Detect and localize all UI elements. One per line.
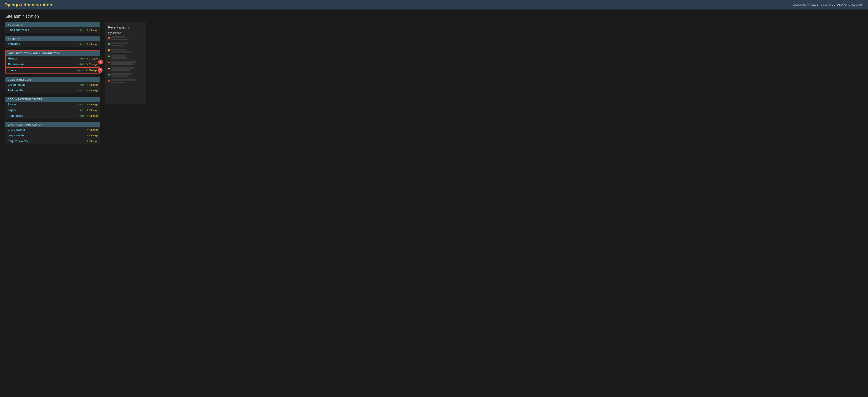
model-row-task-results: Task results+ Add✎ Change bbox=[5, 88, 100, 93]
view-site-link[interactable]: VIEW SITE bbox=[810, 3, 823, 6]
add-link-permissions[interactable]: + Add bbox=[78, 63, 84, 66]
model-name-request-events[interactable]: Request events bbox=[8, 140, 87, 143]
add-link-group-results[interactable]: + Add bbox=[78, 83, 84, 86]
model-row-users: Users+ Add✎ Change2 bbox=[6, 67, 100, 73]
model-name-permissions[interactable]: Permissions bbox=[8, 63, 78, 66]
action-indicator bbox=[108, 43, 110, 45]
change-password-link[interactable]: CHANGE PASSWORD bbox=[825, 3, 850, 6]
action-line-secondary bbox=[111, 45, 124, 46]
welcome-label: WELCOME, bbox=[793, 3, 807, 6]
log-out-link[interactable]: LOG OUT bbox=[852, 3, 864, 6]
section-header-celery: CELERY RESULTS bbox=[5, 77, 100, 82]
action-indicator bbox=[108, 55, 110, 57]
action-lines bbox=[111, 67, 143, 71]
change-link-crud-events[interactable]: ✎ Change bbox=[87, 129, 98, 132]
change-link-pages[interactable]: ✎ Change bbox=[87, 109, 98, 112]
change-link-permissions[interactable]: ✎ Change bbox=[86, 63, 98, 66]
model-actions-email-addresses: + Add✎ Change bbox=[78, 29, 98, 32]
model-actions-task-results: + Add✎ Change bbox=[78, 89, 98, 92]
brand-title: Django administration bbox=[4, 2, 52, 7]
action-line-secondary bbox=[111, 69, 130, 71]
section-celery: CELERY RESULTSGroup results+ Add✎ Change… bbox=[5, 77, 100, 93]
action-line-primary bbox=[111, 73, 131, 75]
add-link-task-results[interactable]: + Add bbox=[78, 89, 84, 92]
section-header-auth: AUTHENTICATION AND AUTHORIZATION bbox=[6, 51, 100, 56]
action-lines bbox=[111, 79, 143, 83]
change-link-users[interactable]: ✎ Change bbox=[86, 69, 97, 72]
model-name-pages[interactable]: Pages bbox=[8, 109, 78, 112]
add-link-preferences[interactable]: + Add bbox=[78, 114, 84, 117]
model-row-permissions: Permissions+ Add✎ Change bbox=[6, 61, 100, 67]
model-actions-activities: + Add✎ Change bbox=[78, 43, 98, 46]
change-link-task-results[interactable]: ✎ Change bbox=[87, 89, 98, 92]
section-auth: AUTHENTICATION AND AUTHORIZATION1Groups+… bbox=[5, 51, 100, 74]
add-link-users[interactable]: + Add bbox=[77, 69, 84, 72]
change-link-group-results[interactable]: ✎ Change bbox=[87, 83, 98, 86]
action-indicator bbox=[108, 37, 110, 39]
add-link-groups[interactable]: + Add bbox=[78, 57, 84, 60]
change-link-groups[interactable]: ✎ Change bbox=[86, 57, 98, 60]
recent-actions-panel: Recent actions My actions bbox=[105, 22, 146, 104]
action-entry bbox=[108, 73, 143, 77]
action-line-secondary bbox=[111, 57, 127, 59]
model-name-blocks[interactable]: Blocks bbox=[8, 103, 78, 106]
model-name-group-results[interactable]: Group results bbox=[8, 83, 78, 86]
model-actions-crud-events: ✎ Change bbox=[87, 129, 98, 132]
change-link-activities[interactable]: ✎ Change bbox=[87, 43, 98, 46]
change-link-blocks[interactable]: ✎ Change bbox=[87, 103, 98, 106]
model-name-groups[interactable]: Groups bbox=[8, 57, 78, 60]
section-activity: ACTIVITYActivities+ Add✎ Change bbox=[5, 36, 100, 47]
action-line-primary bbox=[111, 42, 128, 44]
section-header-docs: DOCUMENTATION CENTER bbox=[5, 97, 100, 102]
add-link-blocks[interactable]: + Add bbox=[78, 103, 84, 106]
model-row-request-events: Request events✎ Change bbox=[5, 138, 100, 144]
action-line-primary bbox=[111, 61, 136, 63]
model-name-preferences[interactable]: Preferences bbox=[8, 114, 78, 117]
action-entry bbox=[108, 55, 143, 59]
model-row-group-results: Group results+ Add✎ Change bbox=[5, 82, 100, 88]
action-lines bbox=[111, 61, 143, 65]
action-line-primary bbox=[111, 67, 134, 69]
model-row-groups: Groups+ Add✎ Change bbox=[6, 56, 100, 61]
add-link-pages[interactable]: + Add bbox=[78, 109, 84, 112]
action-entry bbox=[108, 36, 143, 40]
action-indicator bbox=[108, 61, 110, 63]
model-name-activities[interactable]: Activities bbox=[8, 42, 78, 46]
add-link-activities[interactable]: + Add bbox=[78, 43, 84, 46]
action-entry bbox=[108, 61, 143, 65]
user-tools: WELCOME, VIEW SITE / CHANGE PASSWORD / L… bbox=[793, 3, 864, 6]
header: Django administration WELCOME, VIEW SITE… bbox=[0, 0, 868, 9]
action-entry bbox=[108, 42, 143, 46]
action-entry bbox=[108, 67, 143, 71]
action-line-secondary bbox=[111, 51, 131, 53]
model-name-task-results[interactable]: Task results bbox=[8, 89, 78, 92]
model-actions-users: + Add✎ Change bbox=[77, 69, 97, 72]
action-lines bbox=[111, 49, 143, 53]
action-line-primary bbox=[111, 55, 126, 57]
change-link-login-events[interactable]: ✎ Change bbox=[87, 134, 98, 137]
change-link-request-events[interactable]: ✎ Change bbox=[87, 140, 98, 143]
action-lines bbox=[111, 36, 143, 40]
main-layout: ACCOUNTSEmail addresses+ Add✎ ChangeACTI… bbox=[5, 22, 863, 147]
model-row-pages: Pages+ Add✎ Change bbox=[5, 108, 100, 113]
model-name-login-events[interactable]: Login events bbox=[8, 134, 87, 137]
model-name-email-addresses[interactable]: Email addresses bbox=[8, 29, 78, 32]
model-row-email-addresses: Email addresses+ Add✎ Change bbox=[5, 27, 100, 33]
model-actions-request-events: ✎ Change bbox=[87, 140, 98, 143]
username-badge bbox=[807, 3, 810, 6]
model-name-crud-events[interactable]: CRUD events bbox=[8, 128, 87, 132]
section-accounts: ACCOUNTSEmail addresses+ Add✎ Change bbox=[5, 22, 100, 33]
model-actions-group-results: + Add✎ Change bbox=[78, 83, 98, 86]
action-indicator bbox=[108, 80, 110, 82]
content-wrapper: Site administration ACCOUNTSEmail addres… bbox=[0, 9, 868, 152]
action-indicator bbox=[108, 49, 110, 51]
action-lines bbox=[111, 73, 143, 77]
model-actions-groups: + Add✎ Change bbox=[78, 57, 98, 60]
model-name-users[interactable]: Users bbox=[8, 69, 77, 72]
action-line-primary bbox=[111, 79, 135, 81]
add-link-email-addresses[interactable]: + Add bbox=[78, 29, 84, 32]
model-row-blocks: Blocks+ Add✎ Change bbox=[5, 102, 100, 108]
change-link-preferences[interactable]: ✎ Change bbox=[87, 114, 98, 117]
my-actions-label: My actions bbox=[108, 31, 143, 35]
change-link-email-addresses[interactable]: ✎ Change bbox=[87, 29, 98, 32]
